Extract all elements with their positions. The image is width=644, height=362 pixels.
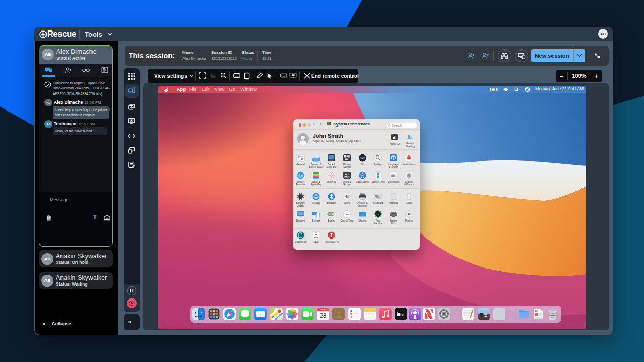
svg-text:H: H (535, 309, 538, 312)
svg-text:28: 28 (320, 312, 326, 319)
svg-text:tv: tv (400, 312, 404, 317)
svg-text:@: @ (298, 172, 303, 178)
svg-text:FEB: FEB (321, 308, 325, 311)
